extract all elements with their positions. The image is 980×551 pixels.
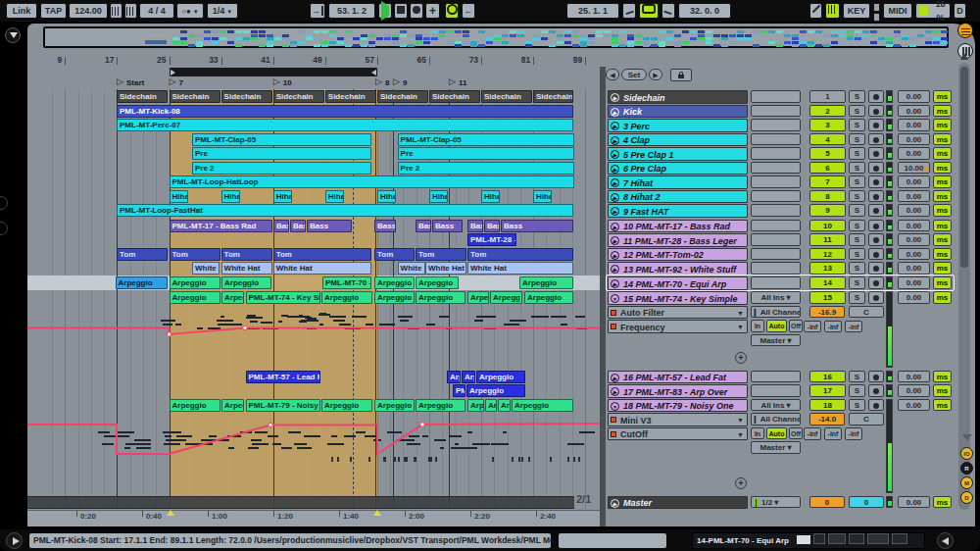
link-button[interactable]: Link: [6, 3, 37, 19]
cue-out-select[interactable]: 1/2 ▾: [751, 496, 801, 509]
send-field[interactable]: -inf: [845, 427, 862, 440]
clip[interactable]: Hihat: [377, 190, 396, 203]
track-header-3[interactable]: ▶3 Perc: [608, 119, 748, 132]
clip[interactable]: Arpeggio: [512, 399, 573, 412]
arm-button[interactable]: [868, 105, 884, 118]
track-delay-field[interactable]: 0.00: [898, 147, 930, 160]
left-edge-toggle-1[interactable]: [0, 196, 8, 210]
input-channel-select[interactable]: ❙ All Channels: [751, 306, 801, 319]
track-header-7[interactable]: ▶7 Hihat: [608, 175, 748, 189]
track-delay-ms-button[interactable]: ms: [933, 384, 952, 397]
master-delay-ms-button[interactable]: ms: [933, 496, 952, 509]
master-delay-field[interactable]: 0.00: [898, 496, 930, 509]
track-header-2[interactable]: ▶Kick: [608, 105, 748, 119]
clip[interactable]: Pre 2: [398, 162, 574, 175]
arm-button[interactable]: [868, 371, 884, 383]
track-delay-field[interactable]: 0.00: [898, 399, 930, 412]
track-delay-field[interactable]: 10.00: [898, 162, 930, 175]
track-delay-ms-button[interactable]: ms: [933, 291, 952, 304]
clip[interactable]: White: [192, 262, 220, 275]
track-delay-field[interactable]: 0.00: [898, 371, 930, 383]
send-field[interactable]: -inf: [824, 427, 842, 440]
track-io-box[interactable]: [751, 384, 801, 397]
clip[interactable]: Pre: [192, 147, 371, 160]
arm-button[interactable]: [868, 248, 884, 261]
track-header-9[interactable]: ▶9 Fast HAT: [608, 204, 748, 218]
track-header-15[interactable]: ▼15 PML-MT-74 - Key Simple: [608, 291, 748, 305]
track-delay-ms-button[interactable]: ms: [933, 190, 952, 203]
track-io-box[interactable]: [751, 204, 801, 217]
computer-midi-keyboard-button[interactable]: [825, 3, 840, 19]
loop-length-field[interactable]: 32. 0. 0: [678, 3, 731, 19]
track-activator-13[interactable]: 13: [809, 262, 846, 275]
arm-button[interactable]: [868, 119, 884, 131]
fold-track-icon[interactable]: ▶: [611, 223, 619, 231]
track-io-box[interactable]: [751, 262, 801, 275]
track-delay-field[interactable]: 0.00: [898, 175, 930, 188]
clip[interactable]: Bass: [432, 220, 463, 232]
clip[interactable]: Bass: [374, 220, 396, 232]
clip[interactable]: Arpeggio: [170, 399, 220, 412]
clip[interactable]: PM: [453, 384, 466, 397]
scroll-up-icon[interactable]: [960, 53, 968, 60]
track-pan-field[interactable]: C: [849, 306, 884, 319]
fold-track-icon[interactable]: ▶: [611, 136, 619, 145]
track-delay-ms-button[interactable]: ms: [933, 147, 952, 160]
clip[interactable]: Sidechain: [533, 90, 573, 103]
show-detail-view-button[interactable]: [937, 532, 954, 549]
arrangement-overview[interactable]: [43, 26, 949, 48]
show-mixer-toggle[interactable]: M: [960, 476, 973, 489]
clip[interactable]: Arpeggio: [524, 291, 573, 304]
track-io-box[interactable]: [751, 162, 801, 175]
clip[interactable]: PML-MT-Clap-05: [398, 133, 574, 146]
track-activator-9[interactable]: 9: [809, 204, 846, 217]
locator-flag-icon[interactable]: ▷: [273, 76, 280, 86]
device-select[interactable]: Auto Filter▼: [608, 306, 748, 320]
track-io-box[interactable]: [751, 90, 801, 103]
track-io-box[interactable]: [751, 190, 801, 203]
track-header-17[interactable]: ▶17 PML-MT-83 - Arp Over: [608, 384, 748, 398]
solo-button[interactable]: S: [849, 399, 865, 412]
track-activator-12[interactable]: 12: [809, 248, 846, 261]
track-delay-ms-button[interactable]: ms: [933, 220, 952, 232]
track-header-5[interactable]: ▶5 Pre Clap 1: [608, 147, 748, 161]
fold-track-icon[interactable]: ▶: [611, 374, 619, 382]
solo-button[interactable]: S: [849, 105, 865, 118]
draw-mode-button[interactable]: [809, 3, 822, 19]
solo-button[interactable]: S: [849, 90, 865, 103]
track-activator-3[interactable]: 3: [809, 119, 846, 131]
input-routing-select[interactable]: All Ins ▾: [751, 399, 801, 412]
output-routing-select[interactable]: Master ▾: [751, 334, 801, 347]
clip[interactable]: Arpeggio: [116, 276, 168, 289]
input-routing-select[interactable]: All Ins ▾: [751, 291, 801, 304]
track-header-4[interactable]: ▶4 Clap: [608, 133, 748, 147]
back-to-arrangement-button[interactable]: ←: [462, 3, 475, 19]
track-header-1[interactable]: ▶Sidechain: [608, 90, 748, 104]
clip[interactable]: Hihat: [533, 190, 552, 203]
track-delay-ms-button[interactable]: ms: [933, 204, 952, 217]
solo-button[interactable]: S: [849, 119, 865, 131]
track-activator-1[interactable]: 1: [809, 90, 846, 103]
clip[interactable]: Sidechain: [170, 90, 220, 103]
fold-track-icon[interactable]: ▶: [611, 93, 619, 102]
solo-button[interactable]: S: [849, 248, 865, 261]
clip[interactable]: Hihat: [481, 190, 500, 203]
mixer-sections-fold-icon[interactable]: [962, 434, 972, 441]
clip[interactable]: PML-MT-Kick-08: [117, 105, 573, 118]
send-field[interactable]: -inf: [804, 427, 821, 440]
solo-button[interactable]: S: [849, 384, 865, 397]
track-delay-field[interactable]: 0.00: [898, 220, 930, 232]
clip[interactable]: Arp: [447, 371, 461, 383]
track-activator-8[interactable]: 8: [809, 190, 846, 203]
solo-button[interactable]: S: [849, 147, 865, 160]
track-delay-field[interactable]: 0.00: [898, 262, 930, 275]
track-delay-field[interactable]: 0.00: [898, 133, 930, 146]
clip[interactable]: Hihat: [170, 190, 188, 203]
vertical-scrollbar-thumb[interactable]: [960, 67, 968, 268]
track-delay-field[interactable]: 0.00: [898, 105, 930, 118]
clip[interactable]: Sidechain: [273, 90, 324, 103]
midi-arrangement-overdub-button[interactable]: [445, 3, 459, 19]
loop-brace-end-handle[interactable]: [371, 70, 376, 75]
clip[interactable]: Pre: [398, 147, 574, 160]
solo-button[interactable]: S: [849, 204, 865, 217]
